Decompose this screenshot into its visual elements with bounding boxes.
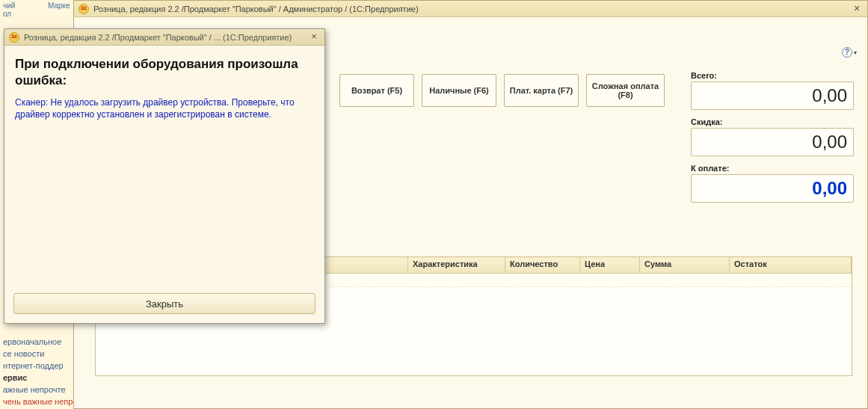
app-logo-icon: [79, 4, 89, 14]
function-button-row: Возврат (F5) Наличные (F6) Плат. карта (…: [339, 74, 665, 107]
complex-payment-button[interactable]: Сложная оплата (F8): [586, 74, 665, 107]
grid-col-sum[interactable]: Сумма: [640, 257, 730, 273]
topay-field[interactable]: 0,00: [691, 174, 854, 203]
grid-col-characteristic[interactable]: Характеристика: [408, 257, 505, 273]
dialog-titlebar[interactable]: Розница, редакция 2.2 /Продмаркет "Парко…: [4, 29, 324, 46]
main-titlebar: Розница, редакция 2.2 /Продмаркет "Парко…: [74, 1, 867, 17]
dialog-heading: При подключении оборудования произошла о…: [15, 56, 314, 89]
app-logo-icon: [9, 32, 19, 43]
main-title: Розница, редакция 2.2 /Продмаркет "Парко…: [93, 4, 419, 13]
bg-tab-left: чийол: [0, 0, 18, 19]
return-button[interactable]: Возврат (F5): [339, 74, 414, 107]
total-label: Всего:: [691, 71, 854, 80]
main-close-button[interactable]: ×: [851, 4, 863, 14]
dialog-message: Сканер: Не удалось загрузить драйвер уст…: [15, 96, 314, 120]
chevron-down-icon: ▾: [854, 49, 857, 56]
dialog-close-button[interactable]: ×: [308, 32, 320, 43]
grid-col-quantity[interactable]: Количество: [505, 257, 580, 273]
dialog-close-action-button[interactable]: Закрыть: [13, 293, 316, 314]
grid-col-price[interactable]: Цена: [580, 257, 640, 273]
totals-panel: Всего: 0,00 Скидка: 0,00 К оплате: 0,00: [691, 71, 854, 210]
total-field[interactable]: 0,00: [691, 82, 854, 110]
bg-tab-right: Марке: [45, 0, 73, 11]
cash-button[interactable]: Наличные (F6): [422, 74, 496, 107]
topay-label: К оплате:: [691, 164, 854, 173]
discount-label: Скидка:: [691, 117, 854, 126]
help-icon: ?: [842, 47, 852, 58]
card-button[interactable]: Плат. карта (F7): [504, 74, 579, 107]
discount-field[interactable]: 0,00: [691, 128, 854, 156]
help-dropdown[interactable]: ? ▾: [842, 46, 858, 59]
error-dialog: Розница, редакция 2.2 /Продмаркет "Парко…: [4, 28, 325, 324]
dialog-title: Розница, редакция 2.2 /Продмаркет "Парко…: [24, 33, 292, 42]
grid-col-balance[interactable]: Остаток: [730, 257, 852, 273]
